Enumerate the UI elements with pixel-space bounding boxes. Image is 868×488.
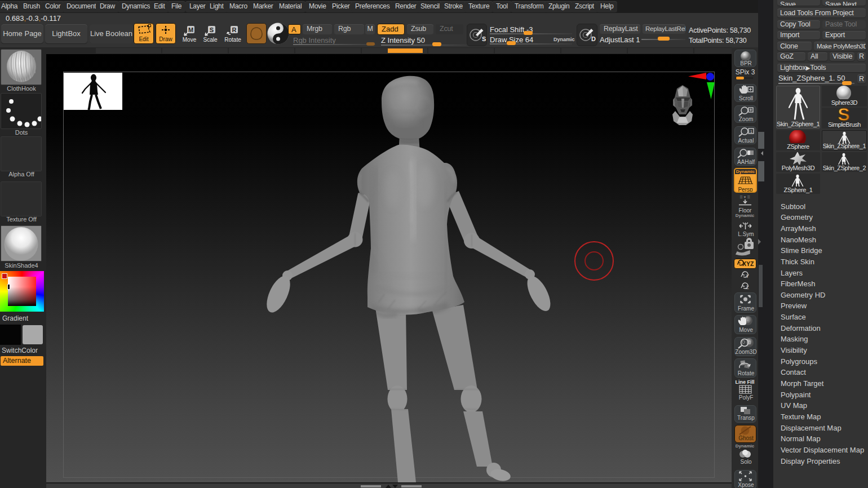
svg-text:S: S — [838, 108, 849, 121]
svg-text:R: R — [232, 26, 237, 33]
svg-text:Z: Z — [746, 285, 749, 290]
svg-text:Y: Y — [746, 273, 749, 278]
svg-text:S: S — [482, 36, 486, 42]
svg-text:S: S — [210, 26, 214, 33]
svg-text:XYZ: XYZ — [742, 260, 754, 267]
svg-text::1: :1 — [749, 130, 752, 134]
svg-text:M: M — [188, 26, 193, 33]
svg-text:D: D — [591, 36, 596, 42]
